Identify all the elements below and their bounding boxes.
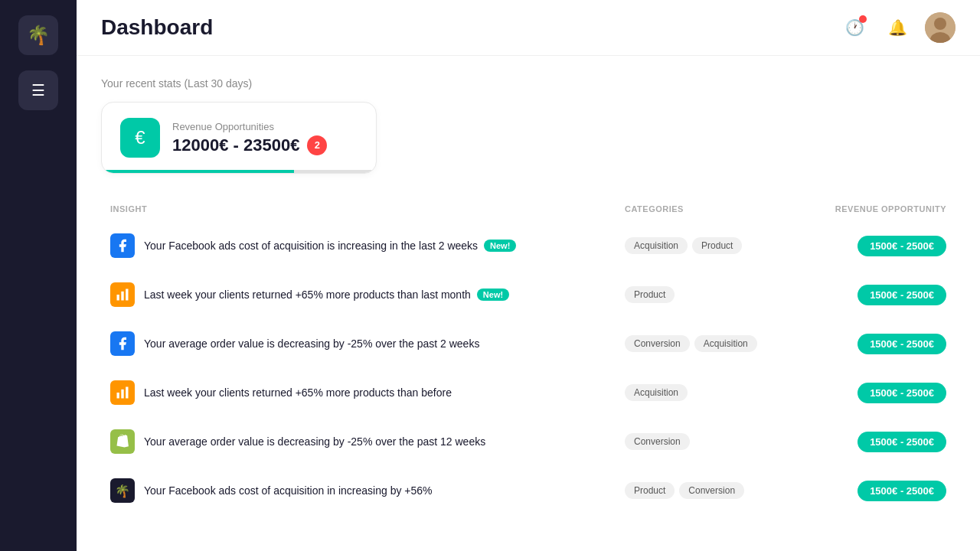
svg-rect-5: [126, 289, 128, 301]
revenue-card-title: Revenue Opportunities: [172, 121, 327, 132]
avatar[interactable]: [925, 12, 956, 43]
revenue-bar: [102, 170, 376, 173]
bell-icon: 🔔: [888, 18, 907, 37]
revenue-info: Revenue Opportunities 12000€ - 23500€ 2: [172, 121, 327, 155]
categories-cell: Product: [625, 286, 793, 303]
category-tag: Acquisition: [625, 237, 688, 254]
revenue-tag: 1500€ - 2500€: [858, 432, 946, 452]
revenue-cell: 1500€ - 2500€: [793, 334, 946, 354]
category-tag: Acquisition: [625, 384, 688, 401]
svg-rect-4: [121, 292, 123, 301]
categories-cell: Conversion: [625, 433, 793, 450]
revenue-tag: 1500€ - 2500€: [858, 481, 946, 501]
insight-text: Last week your clients returned +65% mor…: [144, 289, 509, 301]
table-row[interactable]: Last week your clients returned +65% mor…: [101, 370, 956, 416]
insight-cell: Your average order value is decreasing b…: [110, 429, 625, 454]
shopify-icon: [110, 429, 135, 454]
table-row[interactable]: Your average order value is decreasing b…: [101, 321, 956, 367]
table-row[interactable]: Your average order value is decreasing b…: [101, 419, 956, 465]
revenue-tag: 1500€ - 2500€: [858, 383, 946, 403]
category-tag: Conversion: [679, 482, 744, 499]
revenue-cell: 1500€ - 2500€: [793, 383, 946, 403]
revenue-cell: 1500€ - 2500€: [793, 285, 946, 305]
clock-badge: [859, 15, 867, 23]
header-insight: INSIGHT: [110, 204, 625, 214]
insight-text: Your Facebook ads cost of acquisition is…: [144, 240, 516, 252]
insight-text: Your average order value is decreasing b…: [144, 337, 479, 350]
insight-cell: Your Facebook ads cost of acquisition is…: [110, 233, 625, 258]
categories-cell: Acquisition: [625, 384, 793, 401]
svg-rect-7: [121, 390, 123, 399]
revenue-card: € Revenue Opportunities 12000€ - 23500€ …: [101, 102, 377, 174]
category-tag: Conversion: [625, 433, 690, 450]
content-area: Your recent stats (Last 30 days) € Reven…: [77, 56, 980, 551]
insight-cell: 🌴 Your Facebook ads cost of acquisition …: [110, 478, 625, 503]
sidebar: 🌴 ☰: [0, 0, 77, 551]
table-row[interactable]: Last week your clients returned +65% mor…: [101, 272, 956, 318]
insight-text: Your Facebook ads cost of acquisition in…: [144, 484, 433, 497]
table-row[interactable]: Your Facebook ads cost of acquisition is…: [101, 223, 956, 269]
revenue-count-badge: 2: [307, 135, 327, 155]
insight-cell: Last week your clients returned +65% mor…: [110, 380, 625, 405]
svg-rect-3: [117, 295, 119, 301]
category-tag: Product: [625, 286, 675, 303]
svg-rect-6: [117, 393, 119, 399]
table-body: Your Facebook ads cost of acquisition is…: [101, 223, 956, 514]
insight-text: Your average order value is decreasing b…: [144, 435, 485, 448]
header-actions: 🕐 🔔: [839, 12, 956, 43]
category-tag: Product: [692, 237, 742, 254]
revenue-cell: 1500€ - 2500€: [793, 236, 946, 256]
revenue-card-inner: € Revenue Opportunities 12000€ - 23500€ …: [120, 118, 358, 158]
revenue-tag: 1500€ - 2500€: [858, 285, 946, 305]
main-content: Dashboard 🕐 🔔 Your recent stats (Last 30…: [77, 0, 980, 551]
insight-text: Last week your clients returned +65% mor…: [144, 386, 452, 399]
bell-button[interactable]: 🔔: [882, 12, 913, 43]
menu-icon: ☰: [31, 81, 45, 99]
new-badge: New!: [477, 289, 509, 301]
stats-label: Your recent stats (Last 30 days): [101, 77, 956, 90]
svg-point-1: [934, 18, 946, 30]
menu-button[interactable]: ☰: [18, 70, 58, 110]
header-revenue: REVENUE OPPORTUNITY: [793, 204, 946, 214]
revenue-range: 12000€ - 23500€ 2: [172, 135, 327, 155]
clock-button[interactable]: 🕐: [839, 12, 870, 43]
page-title: Dashboard: [101, 15, 213, 40]
header-categories: CATEGORIES: [625, 204, 793, 214]
categories-cell: ProductConversion: [625, 482, 793, 499]
svg-rect-8: [126, 387, 128, 399]
category-tag: Acquisition: [694, 335, 757, 352]
sidebar-logo: 🌴: [18, 15, 58, 55]
revenue-tag: 1500€ - 2500€: [858, 236, 946, 256]
avatar-image: [925, 12, 956, 43]
table-header: INSIGHT CATEGORIES REVENUE OPPORTUNITY: [101, 198, 956, 220]
header: Dashboard 🕐 🔔: [77, 0, 980, 56]
categories-cell: ConversionAcquisition: [625, 335, 793, 352]
category-tag: Conversion: [625, 335, 690, 352]
revenue-tag: 1500€ - 2500€: [858, 334, 946, 354]
revenue-cell: 1500€ - 2500€: [793, 432, 946, 452]
categories-cell: AcquisitionProduct: [625, 237, 793, 254]
chart-icon: [110, 380, 135, 405]
insight-cell: Last week your clients returned +65% mor…: [110, 282, 625, 307]
facebook-icon: [110, 233, 135, 258]
facebook-icon: [110, 331, 135, 356]
palm-icon: 🌴: [110, 478, 135, 503]
table-row[interactable]: 🌴 Your Facebook ads cost of acquisition …: [101, 468, 956, 514]
revenue-cell: 1500€ - 2500€: [793, 481, 946, 501]
euro-icon: €: [135, 127, 145, 148]
new-badge: New!: [484, 240, 516, 252]
insight-cell: Your average order value is decreasing b…: [110, 331, 625, 356]
chart-icon: [110, 282, 135, 307]
revenue-icon: €: [120, 118, 160, 158]
category-tag: Product: [625, 482, 675, 499]
